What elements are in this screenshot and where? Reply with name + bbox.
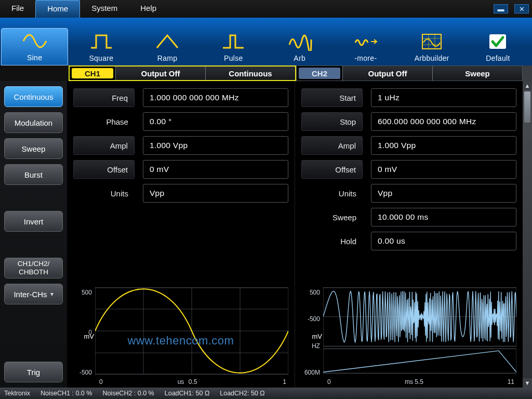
ribbon-square-label: Square xyxy=(89,54,113,62)
ch1-xunit: us xyxy=(73,378,288,385)
ch2-param-value-units[interactable]: Vpp xyxy=(371,184,516,203)
menu-home[interactable]: Home xyxy=(35,0,80,18)
sidebar: Continuous Modulation Sweep Burst Invert… xyxy=(0,81,67,388)
menu-system[interactable]: System xyxy=(80,0,129,18)
ramp-icon xyxy=(155,32,180,51)
ribbon-arbbuilder[interactable]: Arbbuilder xyxy=(399,29,465,65)
ch2-output-toggle[interactable]: Output Off xyxy=(342,66,432,81)
ch1-output-toggle[interactable]: Output Off xyxy=(115,66,205,80)
ch1-param-label-phase: Phase xyxy=(73,112,135,131)
ch2-param-label-offset[interactable]: Offset xyxy=(301,160,363,179)
arb-icon xyxy=(287,32,312,51)
menu-file[interactable]: File xyxy=(0,0,35,18)
ch2-param-value-ampl[interactable]: 1.000 Vpp xyxy=(371,136,516,155)
ribbon-square[interactable]: Square xyxy=(68,29,134,65)
mode-sweep[interactable]: Sweep xyxy=(4,138,63,159)
ch2-hz-label: HZ xyxy=(312,342,320,350)
status-brand: Tektronix xyxy=(4,390,30,397)
ch2-param-value-stop[interactable]: 600.000 000 000 000 MHz xyxy=(371,112,516,131)
ch2-hz-min: 600M xyxy=(304,369,320,376)
ch2-xunit: ms xyxy=(301,378,516,385)
ch1-ytick-top: 500 xyxy=(82,289,92,296)
sine-icon xyxy=(22,32,47,50)
status-noise2: NoiseCH2 : 0.0 % xyxy=(102,390,154,397)
ch2-param-label-ampl[interactable]: Ampl xyxy=(301,136,363,155)
minimize-button[interactable]: ▬ xyxy=(494,4,508,14)
ribbon-ramp[interactable]: Ramp xyxy=(135,29,201,65)
ch2-param-value-offset[interactable]: 0 mV xyxy=(371,160,516,179)
ch1-param-value-phase[interactable]: 0.00 ° xyxy=(143,112,288,131)
ch1-param-value-units[interactable]: Vpp xyxy=(143,184,288,203)
ch1-waveform-icon xyxy=(95,287,288,375)
ch1-ytick-bot: -500 xyxy=(79,369,92,376)
waveform-ribbon: Sine Square Ramp Pulse Arb -more- Arbbui… xyxy=(0,18,532,65)
ch2-ytick-top: 500 xyxy=(310,289,320,296)
watermark: www.tehencom.com xyxy=(73,334,288,348)
ch1-chip[interactable]: CH1 xyxy=(72,68,113,78)
ch2-param-value-start[interactable]: 1 uHz xyxy=(371,88,516,107)
ch2-panel: Start1 uHzStop600.000 000 000 000 MHzAmp… xyxy=(295,81,523,388)
inter-channels[interactable]: Inter-CHs xyxy=(4,284,63,304)
ch2-param-label-stop[interactable]: Stop xyxy=(301,112,363,131)
vertical-scrollbar[interactable]: ▲ ▼ xyxy=(523,81,532,388)
ch2-waveform-icon xyxy=(323,287,516,375)
ch2-param-value-sweep[interactable]: 10.000 00 ms xyxy=(371,208,516,227)
ch1-panel: Freq1.000 000 000 000 MHzPhase0.00 °Ampl… xyxy=(67,81,295,388)
more-icon xyxy=(353,32,378,51)
ch2-param-label-hold: Hold xyxy=(301,232,363,250)
ch2-param-label-units: Units xyxy=(301,184,363,203)
ribbon-sine[interactable]: Sine xyxy=(1,28,68,65)
ribbon-pulse[interactable]: Pulse xyxy=(201,29,267,65)
ch1-param-value-freq[interactable]: 1.000 000 000 000 MHz xyxy=(143,88,288,107)
ch1-param-label-ampl[interactable]: Ampl xyxy=(73,136,135,155)
arbbuilder-icon xyxy=(419,32,444,51)
status-bar: Tektronix NoiseCH1 : 0.0 % NoiseCH2 : 0.… xyxy=(0,388,532,399)
ch2-preview: 500 mV -500 HZ 600M xyxy=(301,287,516,385)
status-noise1: NoiseCH1 : 0.0 % xyxy=(41,390,92,397)
ch1-param-label-freq[interactable]: Freq xyxy=(73,88,135,107)
status-load1: LoadCH1: 50 Ω xyxy=(165,390,209,397)
ribbon-default-label: Default xyxy=(486,54,510,62)
square-icon xyxy=(89,32,114,51)
status-load2: LoadCH2: 50 Ω xyxy=(220,390,264,397)
ribbon-sine-label: Sine xyxy=(27,54,42,62)
svg-rect-0 xyxy=(422,34,441,49)
scroll-up-icon[interactable]: ▲ xyxy=(523,81,532,90)
ribbon-arbbuilder-label: Arbbuilder xyxy=(415,54,449,62)
ch1-preview: 500 mV 0 -500 www.tehenc xyxy=(73,287,288,385)
ribbon-ramp-label: Ramp xyxy=(157,54,178,62)
ribbon-more[interactable]: -more- xyxy=(332,29,398,65)
menubar: File Home System Help ▬ ✕ xyxy=(0,0,532,18)
mode-continuous[interactable]: Continuous xyxy=(4,86,63,107)
ch2-param-value-hold[interactable]: 0.00 us xyxy=(371,232,516,250)
invert-button[interactable]: Invert xyxy=(4,211,63,232)
ch1-param-label-units: Units xyxy=(73,184,135,203)
mode-burst[interactable]: Burst xyxy=(4,164,63,185)
ch2-yunit: mV xyxy=(301,332,322,340)
ribbon-pulse-label: Pulse xyxy=(224,54,243,62)
ribbon-default[interactable]: Default xyxy=(465,29,531,65)
close-button[interactable]: ✕ xyxy=(514,4,529,14)
ch1-param-value-ampl[interactable]: 1.000 Vpp xyxy=(143,136,288,155)
ch1-param-value-offset[interactable]: 0 mV xyxy=(143,160,288,179)
ch2-param-label-sweep: Sweep xyxy=(301,208,363,227)
ch2-ytick-bot: -500 xyxy=(308,315,320,323)
channel-select[interactable]: CH1/CH2/ CHBOTH xyxy=(4,258,63,278)
ch2-param-label-start[interactable]: Start xyxy=(301,88,363,107)
ribbon-arb[interactable]: Arb xyxy=(267,29,332,65)
ch2-chip[interactable]: CH2 xyxy=(299,68,340,79)
ribbon-arb-label: Arb xyxy=(294,54,305,62)
channel-strip: CH1 Output Off Continuous CH2 Output Off… xyxy=(0,65,532,81)
ch1-param-label-offset[interactable]: Offset xyxy=(73,160,135,179)
trig-button[interactable]: Trig xyxy=(4,362,63,382)
ch2-mode-indicator[interactable]: Sweep xyxy=(432,66,522,81)
pulse-icon xyxy=(221,32,246,51)
ribbon-more-label: -more- xyxy=(354,54,377,62)
default-icon xyxy=(485,32,510,51)
scroll-down-icon[interactable]: ▼ xyxy=(523,378,532,388)
ch1-mode-indicator[interactable]: Continuous xyxy=(205,66,295,80)
scroll-thumb[interactable] xyxy=(524,91,530,123)
menu-help[interactable]: Help xyxy=(129,0,168,18)
mode-modulation[interactable]: Modulation xyxy=(4,112,63,133)
